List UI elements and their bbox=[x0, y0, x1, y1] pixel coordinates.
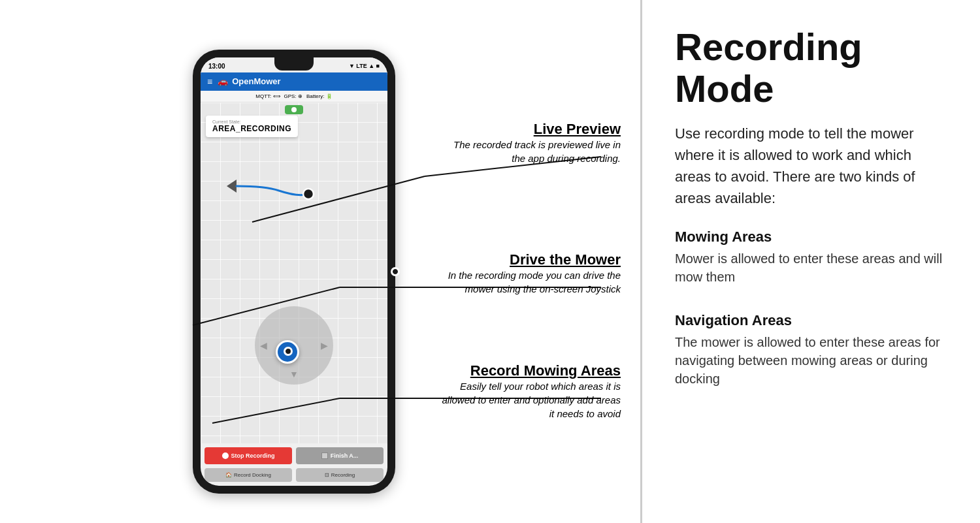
stop-icon bbox=[222, 452, 229, 459]
recording-icon: ⊡ bbox=[325, 472, 329, 478]
record-docking-button[interactable]: 🏠 Record Docking bbox=[204, 468, 292, 482]
joystick-container[interactable]: ◀ ▶ ▼ bbox=[255, 306, 333, 385]
callout-drive-mower-desc: In the recording mode you can drive the … bbox=[438, 268, 621, 296]
status-icons: ▼ LTE ▲ ■ bbox=[349, 63, 380, 69]
stop-recording-button[interactable]: Stop Recording bbox=[204, 447, 292, 464]
menu-icon[interactable]: ≡ bbox=[207, 76, 212, 87]
arrow-right-icon: ▶ bbox=[321, 340, 328, 351]
page-title: Recording Mode bbox=[675, 26, 947, 110]
joystick-outer[interactable]: ◀ ▶ ▼ bbox=[255, 306, 333, 385]
phone-mockup: 13:00 ▼ LTE ▲ ■ ≡ 🚗 OpenMower MQTT: ⟺ GP… bbox=[245, 30, 395, 494]
callout-live-preview-title: Live Preview bbox=[534, 121, 621, 138]
map-area: Current State: AREA_RECORDING bbox=[201, 103, 387, 443]
phone-body: 13:00 ▼ LTE ▲ ■ ≡ 🚗 OpenMower MQTT: ⟺ GP… bbox=[193, 50, 395, 494]
connection-status: MQTT: ⟺ bbox=[255, 93, 280, 99]
callout-record-mowing-title: Record Mowing Areas bbox=[470, 362, 621, 379]
phone-notch bbox=[274, 57, 314, 71]
joystick-connector-dot bbox=[284, 347, 293, 356]
nav-buttons: 🏠 Record Docking ⊡ Recording bbox=[201, 468, 387, 486]
right-section: Recording Mode Use recording mode to tel… bbox=[642, 0, 980, 523]
gps-indicator bbox=[285, 105, 303, 114]
app-bar: ≡ 🚗 OpenMower bbox=[201, 72, 387, 91]
status-time: 13:00 bbox=[208, 63, 225, 70]
state-card: Current State: AREA_RECORDING bbox=[206, 116, 298, 137]
mowing-areas-desc: Mower is allowed to enter these areas an… bbox=[675, 249, 947, 286]
connection-bar: MQTT: ⟺ GPS: ⊕ Battery: 🔋 bbox=[201, 91, 387, 103]
finish-area-button[interactable]: Finish A... bbox=[296, 447, 384, 464]
callout-live-preview: Live Preview The recorded track is previ… bbox=[438, 121, 621, 165]
finish-icon bbox=[321, 452, 328, 459]
mower-path-svg bbox=[201, 142, 387, 246]
bottom-buttons: Stop Recording Finish A... bbox=[201, 443, 387, 468]
state-label: Current State: bbox=[212, 119, 291, 124]
mower-arrow bbox=[227, 180, 237, 193]
arrow-left-icon: ◀ bbox=[260, 340, 267, 351]
home-icon: 🏠 bbox=[225, 472, 232, 478]
callout-drive-mower: Drive the Mower In the recording mode yo… bbox=[438, 251, 621, 296]
mowing-areas-section: Mowing Areas Mower is allowed to enter t… bbox=[675, 229, 947, 286]
left-section: 13:00 ▼ LTE ▲ ■ ≡ 🚗 OpenMower MQTT: ⟺ GP… bbox=[0, 0, 640, 523]
gps-dot bbox=[291, 107, 297, 112]
recording-button[interactable]: ⊡ Recording bbox=[296, 468, 384, 482]
mower-icon: 🚗 bbox=[218, 76, 228, 86]
callout-record-mowing: Record Mowing Areas Easily tell your rob… bbox=[438, 362, 621, 420]
battery-status: Battery: 🔋 bbox=[306, 93, 333, 99]
callout-live-preview-desc: The recorded track is previewed live in … bbox=[438, 138, 621, 165]
navigation-areas-desc: The mower is allowed to enter these area… bbox=[675, 333, 947, 388]
callout-record-mowing-desc: Easily tell your robot which areas it is… bbox=[438, 379, 621, 420]
phone-screen: 13:00 ▼ LTE ▲ ■ ≡ 🚗 OpenMower MQTT: ⟺ GP… bbox=[201, 57, 387, 486]
page-description: Use recording mode to tell the mower whe… bbox=[675, 123, 947, 209]
callout-drive-mower-title: Drive the Mower bbox=[510, 251, 621, 268]
svg-point-0 bbox=[303, 189, 314, 199]
state-value: AREA_RECORDING bbox=[212, 124, 291, 133]
app-title: 🚗 OpenMower bbox=[218, 76, 280, 86]
navigation-areas-title: Navigation Areas bbox=[675, 312, 947, 329]
navigation-areas-section: Navigation Areas The mower is allowed to… bbox=[675, 312, 947, 388]
arrow-down-icon: ▼ bbox=[289, 369, 299, 379]
mowing-areas-title: Mowing Areas bbox=[675, 229, 947, 246]
gps-status: GPS: ⊕ bbox=[284, 93, 302, 99]
